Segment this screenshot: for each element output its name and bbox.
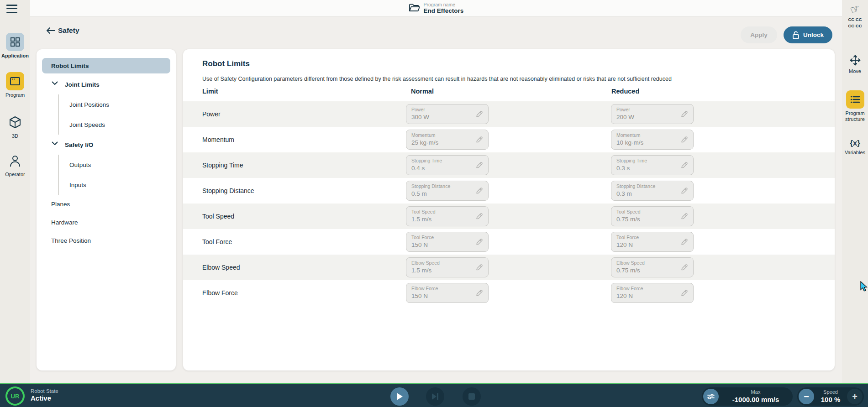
sidebar-item-label: Operator xyxy=(5,172,25,177)
safety-nav-item[interactable]: Joint Positions xyxy=(37,94,176,115)
rail-item-variables[interactable]: {x} Variables xyxy=(842,139,868,156)
normal-value-field[interactable]: Tool Speed 1.5 m/s xyxy=(406,206,489,226)
limit-name: Stopping Distance xyxy=(202,187,254,194)
safety-nav-item-label: Hardware xyxy=(51,219,78,226)
sidebar-item-label: Application xyxy=(1,53,29,59)
field-value: 1.5 m/s xyxy=(411,266,474,275)
field-caption: Tool Force xyxy=(411,235,474,241)
safety-nav-item[interactable]: Joint Speeds xyxy=(37,115,176,135)
safety-nav-item[interactable]: Hardware xyxy=(37,213,176,231)
edit-pencil-icon xyxy=(680,238,688,246)
max-label: Max xyxy=(719,389,793,395)
table-header-row: Limit Normal Reduced xyxy=(183,88,835,101)
normal-value-field[interactable]: Stopping Time 0.4 s xyxy=(406,155,489,175)
field-value: 150 N xyxy=(411,292,474,300)
normal-value-field[interactable]: Elbow Force 150 N xyxy=(406,283,489,303)
sidebar-item-label: 3D xyxy=(12,133,18,139)
speed-label: Speed xyxy=(814,389,847,395)
max-speed-pill[interactable]: Max -1000.00 mm/s xyxy=(702,387,793,406)
safety-header-row: Safety Apply Unlock xyxy=(30,16,842,46)
back-arrow-icon xyxy=(46,26,56,35)
limit-name: Stopping Time xyxy=(202,162,243,169)
limit-name: Power xyxy=(202,110,221,118)
field-value: 120 N xyxy=(616,292,679,300)
safety-nav-item[interactable]: Robot Limits xyxy=(42,58,170,73)
normal-value-field[interactable]: Stopping Distance 0.5 m xyxy=(406,181,489,201)
safety-nav-item[interactable]: Safety I/O xyxy=(37,135,176,155)
field-value: 120 N xyxy=(616,241,679,249)
back-button[interactable] xyxy=(44,24,58,37)
safety-nav-item-label: Safety I/O xyxy=(65,141,93,148)
sidebar-item-operator[interactable]: Operator xyxy=(0,151,30,177)
normal-value-field[interactable]: Tool Force 150 N xyxy=(406,232,489,252)
safety-nav-item-label: Joint Positions xyxy=(69,101,109,108)
unlock-button-label: Unlock xyxy=(803,31,824,38)
unlock-button[interactable]: Unlock xyxy=(784,26,832,43)
rail-item-move[interactable]: Move xyxy=(842,54,868,74)
normal-value-field[interactable]: Power 300 W xyxy=(406,104,489,124)
safety-nav-item[interactable]: Three Position xyxy=(37,231,176,250)
ur-logo: UR xyxy=(5,386,25,406)
reduced-value-field[interactable]: Momentum 10 kg·m/s xyxy=(611,130,694,150)
move-arrows-icon xyxy=(849,54,862,67)
safety-nav-item[interactable]: Outputs xyxy=(37,155,176,175)
safety-nav-item-label: Outputs xyxy=(69,162,91,168)
cube-3d-icon xyxy=(6,113,24,131)
field-value: 25 kg·m/s xyxy=(411,139,474,147)
edit-pencil-icon xyxy=(475,110,483,118)
hamburger-menu-icon[interactable] xyxy=(6,5,17,13)
safety-nav-item[interactable]: Joint Limits xyxy=(37,74,176,94)
field-caption: Tool Speed xyxy=(411,209,474,215)
step-button[interactable] xyxy=(426,387,444,406)
safety-nav-item[interactable]: Inputs xyxy=(37,175,176,195)
field-caption: Stopping Time xyxy=(411,158,474,164)
sidebar-item-label: Program xyxy=(5,92,25,98)
speed-increase-button[interactable]: + xyxy=(847,389,863,404)
edit-pencil-icon xyxy=(475,264,483,271)
sidebar-item-application[interactable]: Application xyxy=(0,33,30,59)
edit-pencil-icon xyxy=(680,213,688,220)
limit-name: Tool Force xyxy=(202,238,232,245)
apply-button[interactable]: Apply xyxy=(741,26,777,43)
reduced-value-field[interactable]: Tool Speed 0.75 m/s xyxy=(611,206,694,226)
operator-person-icon xyxy=(6,151,24,170)
rail-item-program-structure[interactable]: Program structure xyxy=(842,90,868,122)
field-value: 200 W xyxy=(616,113,679,121)
reduced-value-field[interactable]: Stopping Time 0.3 s xyxy=(611,155,694,175)
field-caption: Stopping Time xyxy=(616,158,679,164)
speed-decrease-button[interactable]: − xyxy=(799,389,814,404)
normal-value-field[interactable]: Momentum 25 kg·m/s xyxy=(406,130,489,150)
edit-pencil-icon xyxy=(680,110,688,118)
field-caption: Momentum xyxy=(616,132,679,139)
normal-value-field[interactable]: Elbow Speed 1.5 m/s xyxy=(406,257,489,277)
stop-button[interactable] xyxy=(463,387,481,406)
hand-pointer-icon: ☞ xyxy=(849,2,862,16)
field-caption: Stopping Distance xyxy=(411,183,474,190)
play-button[interactable] xyxy=(390,387,409,406)
field-caption: Stopping Distance xyxy=(616,183,679,190)
limit-name: Tool Speed xyxy=(202,213,234,220)
edit-pencil-icon xyxy=(475,162,483,169)
sidebar-item-program[interactable]: Program xyxy=(0,72,30,98)
safety-nav-item-label: Joint Limits xyxy=(65,81,100,88)
column-header-reduced: Reduced xyxy=(611,88,639,95)
reduced-value-field[interactable]: Power 200 W xyxy=(611,104,694,124)
max-value: -1000.00 mm/s xyxy=(719,396,793,404)
reduced-value-field[interactable]: Tool Force 120 N xyxy=(611,232,694,252)
sidebar-item-3d[interactable]: 3D xyxy=(0,113,30,139)
field-value: 300 W xyxy=(411,113,474,121)
program-window-icon xyxy=(6,72,24,90)
speed-settings-button[interactable] xyxy=(703,389,719,404)
robot-state-block: Robot State Active xyxy=(31,388,58,403)
application-grid-icon xyxy=(6,33,24,51)
rail-item-label: Variables xyxy=(845,150,865,156)
field-value: 0.75 m/s xyxy=(616,215,679,224)
limit-name: Elbow Force xyxy=(202,289,238,297)
program-name-block[interactable]: Program name End Effectors xyxy=(409,2,464,15)
reduced-value-field[interactable]: Stopping Distance 0.3 m xyxy=(611,181,694,201)
rail-item-hand[interactable]: ☞ CC CC CC CC xyxy=(842,4,868,30)
safety-nav-item[interactable]: Planes xyxy=(37,195,176,213)
edit-pencil-icon xyxy=(475,238,483,246)
reduced-value-field[interactable]: Elbow Force 120 N xyxy=(611,283,694,303)
reduced-value-field[interactable]: Elbow Speed 0.75 m/s xyxy=(611,257,694,277)
